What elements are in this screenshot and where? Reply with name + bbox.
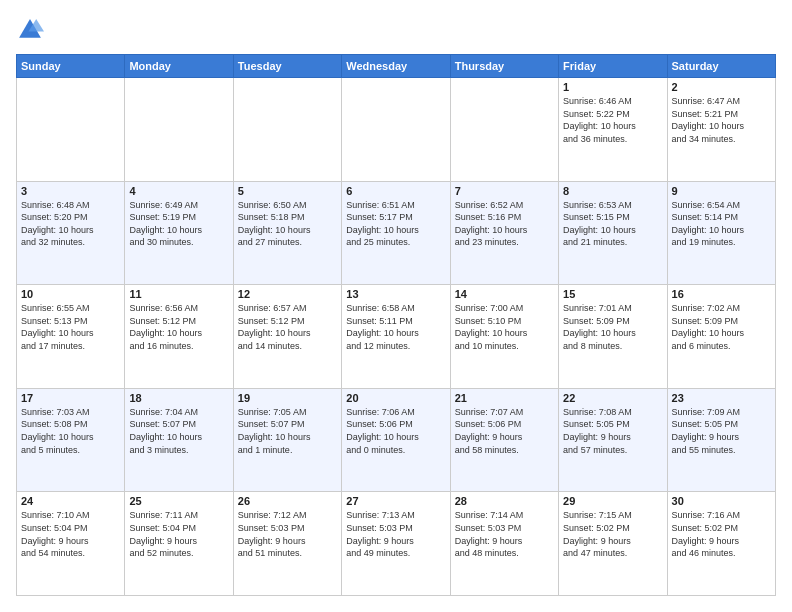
calendar-cell [342, 78, 450, 182]
calendar-cell: 5Sunrise: 6:50 AMSunset: 5:18 PMDaylight… [233, 181, 341, 285]
day-info: Sunrise: 6:50 AMSunset: 5:18 PMDaylight:… [238, 199, 337, 249]
calendar-cell: 12Sunrise: 6:57 AMSunset: 5:12 PMDayligh… [233, 285, 341, 389]
calendar-header-friday: Friday [559, 55, 667, 78]
day-number: 15 [563, 288, 662, 300]
calendar-cell: 27Sunrise: 7:13 AMSunset: 5:03 PMDayligh… [342, 492, 450, 596]
calendar-cell: 8Sunrise: 6:53 AMSunset: 5:15 PMDaylight… [559, 181, 667, 285]
calendar-header-thursday: Thursday [450, 55, 558, 78]
calendar-week-3: 10Sunrise: 6:55 AMSunset: 5:13 PMDayligh… [17, 285, 776, 389]
calendar-cell: 25Sunrise: 7:11 AMSunset: 5:04 PMDayligh… [125, 492, 233, 596]
day-number: 7 [455, 185, 554, 197]
day-number: 14 [455, 288, 554, 300]
calendar-cell: 4Sunrise: 6:49 AMSunset: 5:19 PMDaylight… [125, 181, 233, 285]
calendar-header-row: SundayMondayTuesdayWednesdayThursdayFrid… [17, 55, 776, 78]
calendar-cell: 28Sunrise: 7:14 AMSunset: 5:03 PMDayligh… [450, 492, 558, 596]
day-number: 13 [346, 288, 445, 300]
day-info: Sunrise: 6:55 AMSunset: 5:13 PMDaylight:… [21, 302, 120, 352]
day-number: 16 [672, 288, 771, 300]
calendar-cell: 29Sunrise: 7:15 AMSunset: 5:02 PMDayligh… [559, 492, 667, 596]
day-number: 5 [238, 185, 337, 197]
day-info: Sunrise: 7:09 AMSunset: 5:05 PMDaylight:… [672, 406, 771, 456]
day-info: Sunrise: 7:08 AMSunset: 5:05 PMDaylight:… [563, 406, 662, 456]
calendar-cell: 6Sunrise: 6:51 AMSunset: 5:17 PMDaylight… [342, 181, 450, 285]
day-info: Sunrise: 6:49 AMSunset: 5:19 PMDaylight:… [129, 199, 228, 249]
day-number: 21 [455, 392, 554, 404]
calendar-cell: 11Sunrise: 6:56 AMSunset: 5:12 PMDayligh… [125, 285, 233, 389]
calendar-cell: 30Sunrise: 7:16 AMSunset: 5:02 PMDayligh… [667, 492, 775, 596]
calendar-week-2: 3Sunrise: 6:48 AMSunset: 5:20 PMDaylight… [17, 181, 776, 285]
day-info: Sunrise: 7:10 AMSunset: 5:04 PMDaylight:… [21, 509, 120, 559]
calendar-header-wednesday: Wednesday [342, 55, 450, 78]
day-number: 20 [346, 392, 445, 404]
logo [16, 16, 48, 44]
day-info: Sunrise: 6:53 AMSunset: 5:15 PMDaylight:… [563, 199, 662, 249]
day-number: 12 [238, 288, 337, 300]
day-info: Sunrise: 7:15 AMSunset: 5:02 PMDaylight:… [563, 509, 662, 559]
calendar-cell: 3Sunrise: 6:48 AMSunset: 5:20 PMDaylight… [17, 181, 125, 285]
day-info: Sunrise: 6:47 AMSunset: 5:21 PMDaylight:… [672, 95, 771, 145]
day-number: 24 [21, 495, 120, 507]
day-info: Sunrise: 7:04 AMSunset: 5:07 PMDaylight:… [129, 406, 228, 456]
day-number: 6 [346, 185, 445, 197]
day-info: Sunrise: 6:54 AMSunset: 5:14 PMDaylight:… [672, 199, 771, 249]
day-number: 1 [563, 81, 662, 93]
calendar-cell: 15Sunrise: 7:01 AMSunset: 5:09 PMDayligh… [559, 285, 667, 389]
calendar-cell: 26Sunrise: 7:12 AMSunset: 5:03 PMDayligh… [233, 492, 341, 596]
calendar-cell: 20Sunrise: 7:06 AMSunset: 5:06 PMDayligh… [342, 388, 450, 492]
day-number: 8 [563, 185, 662, 197]
day-info: Sunrise: 6:56 AMSunset: 5:12 PMDaylight:… [129, 302, 228, 352]
calendar-cell: 19Sunrise: 7:05 AMSunset: 5:07 PMDayligh… [233, 388, 341, 492]
calendar-cell: 16Sunrise: 7:02 AMSunset: 5:09 PMDayligh… [667, 285, 775, 389]
day-number: 4 [129, 185, 228, 197]
day-number: 30 [672, 495, 771, 507]
day-info: Sunrise: 7:06 AMSunset: 5:06 PMDaylight:… [346, 406, 445, 456]
calendar-cell: 23Sunrise: 7:09 AMSunset: 5:05 PMDayligh… [667, 388, 775, 492]
day-info: Sunrise: 7:11 AMSunset: 5:04 PMDaylight:… [129, 509, 228, 559]
header [16, 16, 776, 44]
calendar-cell: 1Sunrise: 6:46 AMSunset: 5:22 PMDaylight… [559, 78, 667, 182]
day-number: 11 [129, 288, 228, 300]
day-info: Sunrise: 6:46 AMSunset: 5:22 PMDaylight:… [563, 95, 662, 145]
calendar-cell: 7Sunrise: 6:52 AMSunset: 5:16 PMDaylight… [450, 181, 558, 285]
calendar-header-sunday: Sunday [17, 55, 125, 78]
calendar-header-saturday: Saturday [667, 55, 775, 78]
day-info: Sunrise: 6:57 AMSunset: 5:12 PMDaylight:… [238, 302, 337, 352]
calendar-cell: 13Sunrise: 6:58 AMSunset: 5:11 PMDayligh… [342, 285, 450, 389]
calendar-week-1: 1Sunrise: 6:46 AMSunset: 5:22 PMDaylight… [17, 78, 776, 182]
day-info: Sunrise: 7:13 AMSunset: 5:03 PMDaylight:… [346, 509, 445, 559]
day-info: Sunrise: 7:07 AMSunset: 5:06 PMDaylight:… [455, 406, 554, 456]
page: SundayMondayTuesdayWednesdayThursdayFrid… [0, 0, 792, 612]
calendar-cell: 21Sunrise: 7:07 AMSunset: 5:06 PMDayligh… [450, 388, 558, 492]
calendar-cell: 24Sunrise: 7:10 AMSunset: 5:04 PMDayligh… [17, 492, 125, 596]
calendar-cell: 2Sunrise: 6:47 AMSunset: 5:21 PMDaylight… [667, 78, 775, 182]
day-info: Sunrise: 6:58 AMSunset: 5:11 PMDaylight:… [346, 302, 445, 352]
calendar-table: SundayMondayTuesdayWednesdayThursdayFrid… [16, 54, 776, 596]
day-number: 2 [672, 81, 771, 93]
day-info: Sunrise: 7:02 AMSunset: 5:09 PMDaylight:… [672, 302, 771, 352]
day-number: 23 [672, 392, 771, 404]
day-number: 9 [672, 185, 771, 197]
day-info: Sunrise: 7:12 AMSunset: 5:03 PMDaylight:… [238, 509, 337, 559]
calendar-header-monday: Monday [125, 55, 233, 78]
calendar-cell: 14Sunrise: 7:00 AMSunset: 5:10 PMDayligh… [450, 285, 558, 389]
day-info: Sunrise: 7:03 AMSunset: 5:08 PMDaylight:… [21, 406, 120, 456]
calendar-cell [17, 78, 125, 182]
calendar-cell [450, 78, 558, 182]
day-info: Sunrise: 7:05 AMSunset: 5:07 PMDaylight:… [238, 406, 337, 456]
day-number: 26 [238, 495, 337, 507]
calendar-cell [125, 78, 233, 182]
day-number: 19 [238, 392, 337, 404]
logo-icon [16, 16, 44, 44]
day-number: 17 [21, 392, 120, 404]
calendar-cell: 18Sunrise: 7:04 AMSunset: 5:07 PMDayligh… [125, 388, 233, 492]
calendar-header-tuesday: Tuesday [233, 55, 341, 78]
day-info: Sunrise: 6:48 AMSunset: 5:20 PMDaylight:… [21, 199, 120, 249]
day-number: 22 [563, 392, 662, 404]
calendar-week-4: 17Sunrise: 7:03 AMSunset: 5:08 PMDayligh… [17, 388, 776, 492]
calendar-cell: 10Sunrise: 6:55 AMSunset: 5:13 PMDayligh… [17, 285, 125, 389]
day-info: Sunrise: 7:16 AMSunset: 5:02 PMDaylight:… [672, 509, 771, 559]
calendar-week-5: 24Sunrise: 7:10 AMSunset: 5:04 PMDayligh… [17, 492, 776, 596]
day-number: 10 [21, 288, 120, 300]
calendar-cell: 22Sunrise: 7:08 AMSunset: 5:05 PMDayligh… [559, 388, 667, 492]
calendar-cell: 9Sunrise: 6:54 AMSunset: 5:14 PMDaylight… [667, 181, 775, 285]
